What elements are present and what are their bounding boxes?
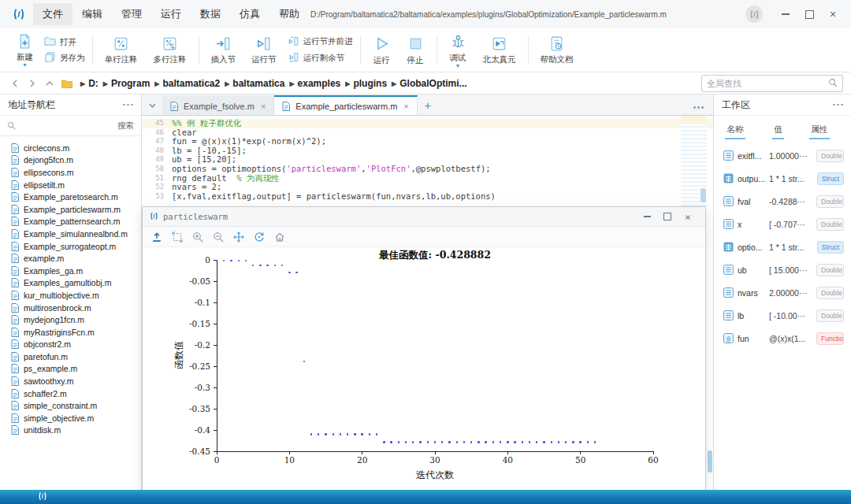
column-header-type[interactable]: 属性	[809, 124, 830, 139]
menu-item-5[interactable]: 数据	[191, 3, 230, 25]
file-item[interactable]: ellipsecons.m	[0, 166, 141, 179]
single-comment-button[interactable]: 单行注释	[100, 34, 143, 67]
menu-item-1[interactable]: 文件	[33, 3, 72, 25]
save-as-button[interactable]: 另存为	[44, 52, 85, 64]
column-header-name[interactable]: 名称	[725, 124, 745, 139]
insert-section-button[interactable]: 插入节	[206, 34, 241, 67]
plot-maximize-button[interactable]	[657, 209, 678, 224]
new-file-button[interactable]: 新建 ▼	[12, 32, 38, 69]
close-button[interactable]: ×	[821, 4, 845, 24]
plot-tool-fit-view-icon[interactable]	[172, 232, 183, 243]
file-item[interactable]: simple_objective.m	[0, 412, 141, 424]
file-item[interactable]: ps_example.m	[0, 363, 141, 376]
plot-tool-home-icon[interactable]	[274, 232, 285, 243]
workspace-row[interactable]: lb[ -10.00···Double	[714, 304, 851, 327]
run-remaining-button[interactable]: 运行剩余节	[288, 52, 353, 65]
new-tab-button[interactable]: +	[418, 95, 438, 115]
file-item[interactable]: mydejong1fcn.m	[0, 313, 141, 326]
workspace-row[interactable]: ub[ 15.000···Double	[714, 258, 851, 281]
workspace-row[interactable]: outpu...1 * 1 str...Struct	[714, 167, 851, 190]
baltam-zhenyuan-button[interactable]: 北太真元	[478, 34, 521, 67]
minimize-button[interactable]	[774, 4, 797, 24]
workspace-more-menu-icon[interactable]	[833, 104, 843, 106]
file-item[interactable]: ellipsetilt.m	[0, 179, 141, 191]
plot-tool-pan-icon[interactable]	[233, 232, 244, 243]
breadcrumb-separator-icon: ▶	[154, 80, 159, 87]
scatter-point	[558, 441, 559, 443]
run-button[interactable]: 运行	[368, 33, 396, 68]
menu-item-7[interactable]: 帮助	[269, 3, 309, 25]
workspace-row[interactable]: nvars2.00000···Double	[714, 281, 851, 304]
tab-close-icon[interactable]: ×	[403, 102, 408, 111]
file-item[interactable]: multirosenbrock.m	[0, 302, 141, 314]
file-item[interactable]: dejong5fcn.m	[0, 154, 141, 167]
file-item[interactable]: Examples_gamultiobj.m	[0, 277, 141, 290]
plot-tool-rotate-icon[interactable]	[254, 232, 265, 243]
plot-minimize-button[interactable]	[637, 209, 657, 224]
sidebar-more-menu-icon[interactable]	[123, 104, 133, 106]
file-item[interactable]: paretofun.m	[0, 350, 141, 363]
workspace-row[interactable]: optio...1 * 1 str...Struct	[714, 235, 851, 258]
file-item[interactable]: schaffer2.m	[0, 387, 141, 400]
menu-item-2[interactable]: 编辑	[72, 3, 112, 25]
file-item[interactable]: Example_simulannealbnd.m	[0, 228, 141, 240]
editor-scrollbar-thumb[interactable]	[708, 450, 712, 472]
run-section-advance-button[interactable]: 运行节并前进	[288, 35, 353, 48]
plot-toolbar	[143, 227, 705, 247]
file-item[interactable]: example.m	[0, 252, 141, 265]
file-item[interactable]: Example_surrogateopt.m	[0, 240, 141, 253]
file-item[interactable]: unitdisk.m	[0, 424, 141, 437]
file-item[interactable]: Examples_ga.m	[0, 265, 141, 277]
breadcrumb-item[interactable]: ▶GlobalOptimi...	[387, 78, 467, 89]
folder-icon[interactable]	[58, 76, 76, 91]
breadcrumb-item[interactable]: ▶baltamatica2	[150, 78, 220, 89]
file-item[interactable]: Example_particleswarm.m	[0, 203, 141, 216]
tab-list-chevron-icon[interactable]	[142, 95, 162, 115]
editor-more-menu-icon[interactable]	[693, 106, 704, 109]
file-item[interactable]: kur_multiobjective.m	[0, 289, 141, 302]
stop-button[interactable]: 停止	[402, 33, 429, 68]
breadcrumb-item[interactable]: ▶D:	[76, 78, 98, 89]
maximize-button[interactable]	[797, 4, 821, 24]
file-item[interactable]: sawtoothxy.m	[0, 375, 141, 387]
open-button[interactable]: 打开	[44, 36, 85, 48]
workspace-row[interactable]: @fun@(x)x(1...Functio...	[714, 327, 851, 350]
nav-up-button[interactable]	[41, 76, 58, 91]
help-docs-button[interactable]: 帮助文档	[536, 34, 578, 67]
file-item[interactable]: myRastriginsFcn.m	[0, 326, 141, 339]
breadcrumb-item[interactable]: ▶Program	[98, 78, 151, 89]
global-search-input[interactable]: 全局查找	[701, 75, 843, 92]
column-header-value[interactable]: 值	[772, 124, 784, 139]
editor-tab[interactable]: Example_particleswarm.m×	[274, 95, 417, 115]
file-item[interactable]: objconstr2.m	[0, 339, 141, 351]
plot-tool-zoom-out-icon[interactable]	[213, 232, 224, 243]
sidebar-search-input[interactable]: 搜索	[0, 116, 141, 136]
menu-item-3[interactable]: 管理	[112, 3, 151, 25]
plot-tool-zoom-in-icon[interactable]	[192, 232, 203, 243]
nav-back-button[interactable]	[6, 76, 24, 91]
editor-minimap[interactable]	[681, 116, 707, 207]
multi-comment-button[interactable]: 多行注释	[149, 34, 191, 67]
sidebar-search-button[interactable]: 搜索	[117, 120, 134, 132]
debug-button[interactable]: 调试 ▼	[444, 31, 472, 69]
minimap-scrollbar-thumb[interactable]	[700, 188, 706, 202]
file-item[interactable]: simple_constraint.m	[0, 399, 141, 412]
tab-close-icon[interactable]: ×	[261, 102, 266, 111]
workspace-row[interactable]: exitfl...1.00000···Double	[714, 144, 851, 167]
workspace-row[interactable]: x[ -0.707···Double	[714, 213, 851, 235]
run-section-button[interactable]: 运行节	[247, 34, 281, 67]
breadcrumb-item[interactable]: ▶examples	[284, 78, 340, 89]
nav-forward-button[interactable]	[24, 76, 41, 91]
plot-window-titlebar[interactable]: particleswarm ×	[143, 207, 705, 227]
breadcrumb-item[interactable]: ▶baltamatica	[220, 78, 284, 89]
workspace-row[interactable]: fval-0.4288···Double	[714, 190, 851, 213]
plot-tool-export-icon[interactable]	[151, 232, 162, 243]
menu-item-6[interactable]: 仿真	[230, 3, 269, 25]
file-item[interactable]: Example_patternsearch.m	[0, 216, 141, 228]
plot-close-button[interactable]: ×	[678, 209, 698, 224]
file-item[interactable]: Example_paretosearch.m	[0, 191, 141, 203]
menu-item-4[interactable]: 运行	[151, 3, 191, 25]
breadcrumb-item[interactable]: ▶plugins	[340, 78, 387, 89]
editor-tab[interactable]: Example_fsolve.m×	[162, 95, 274, 115]
file-item[interactable]: circlecons.m	[0, 142, 141, 154]
